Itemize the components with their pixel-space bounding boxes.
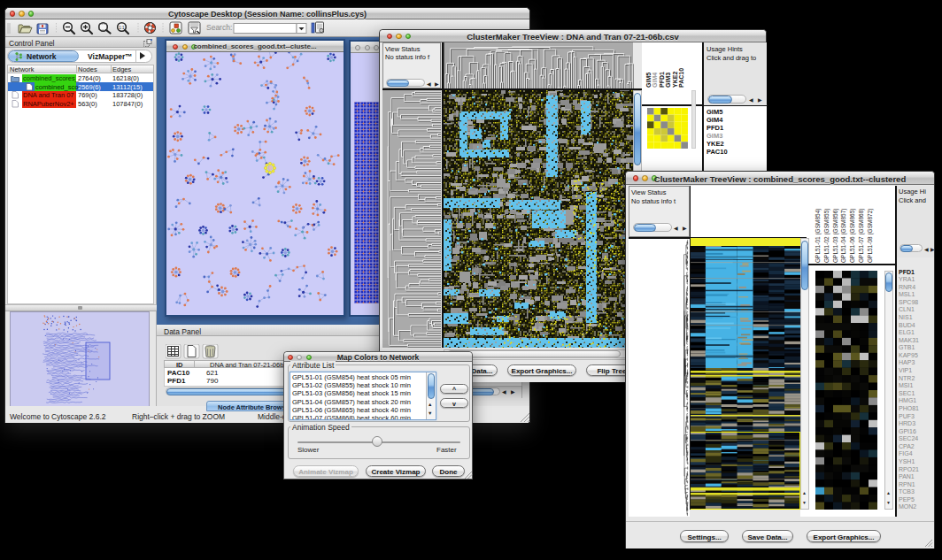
- svg-text:Search:: Search:: [206, 23, 232, 32]
- svg-text:1:1: 1:1: [119, 26, 125, 30]
